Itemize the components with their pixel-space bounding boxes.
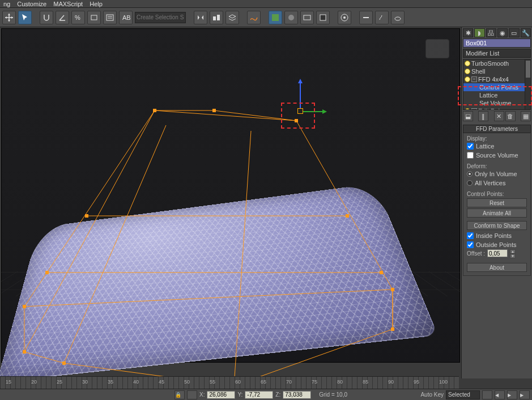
coord-display-toggle[interactable] bbox=[187, 390, 197, 399]
create-tab[interactable]: ✱ bbox=[463, 28, 473, 37]
display-group-label: Display: bbox=[467, 135, 527, 142]
trash-icon: 🗑 bbox=[507, 113, 513, 120]
next-icon: ▶ bbox=[520, 393, 524, 398]
menu-item[interactable]: Customize bbox=[17, 1, 46, 7]
modifier-list-dropdown[interactable]: Modifier List bbox=[463, 49, 531, 58]
stack-scrollbar[interactable] bbox=[525, 59, 530, 109]
hierarchy-tab[interactable]: 品 bbox=[486, 28, 496, 37]
modify-tab[interactable]: ◗ bbox=[474, 28, 484, 37]
offset-value-field[interactable]: 0,05 bbox=[487, 249, 508, 257]
pin-stack-button[interactable]: ⬓ bbox=[463, 111, 473, 121]
control-points-group-label: Control Points: bbox=[467, 191, 527, 197]
collapse-icon[interactable]: − bbox=[471, 76, 477, 82]
stack-sub-lattice[interactable]: Lattice bbox=[463, 91, 530, 99]
select-tool[interactable] bbox=[18, 11, 32, 24]
inside-points-checkbox[interactable]: Inside Points bbox=[467, 231, 527, 240]
menu-item[interactable]: Help bbox=[90, 1, 103, 7]
offset-spinner[interactable]: Offset : 0,05 ▲▼ bbox=[467, 249, 527, 257]
material-editor-button[interactable] bbox=[284, 11, 298, 24]
time-slider[interactable]: 1520253035404550556065707580859095100 bbox=[0, 376, 459, 389]
configure-sets-button[interactable]: ▦ bbox=[521, 111, 531, 121]
outside-points-checkbox[interactable]: Outside Points bbox=[467, 240, 527, 249]
stack-item-ffd[interactable]: −FFD 4x4x4 bbox=[463, 75, 530, 83]
object-name-field[interactable]: Box001 bbox=[463, 39, 531, 48]
play-button[interactable]: ▶ bbox=[507, 390, 517, 399]
motion-tab[interactable]: ◉ bbox=[497, 28, 508, 37]
stack-item-editpoly[interactable]: +Edit Poly bbox=[463, 107, 530, 110]
layers-toggle[interactable] bbox=[225, 11, 239, 24]
extra-tool-3[interactable] bbox=[391, 11, 405, 24]
extra-tool-2[interactable] bbox=[375, 11, 389, 24]
x-label: X: bbox=[199, 392, 205, 398]
display-tab[interactable]: ▭ bbox=[509, 28, 519, 37]
keyboard-shortcut-toggle[interactable]: ABC bbox=[119, 11, 133, 24]
bulb-icon bbox=[465, 61, 470, 66]
lock-selection-button[interactable]: 🔒 bbox=[175, 390, 185, 399]
main-toolbar: % ABC bbox=[0, 8, 532, 27]
svg-rect-4 bbox=[213, 16, 216, 20]
render-setup-button[interactable] bbox=[300, 11, 314, 24]
menu-item[interactable]: MAXScript bbox=[53, 1, 83, 7]
all-vertices-radio[interactable]: All Vertices bbox=[467, 178, 527, 188]
conform-to-shape-button[interactable]: Conform to Shape bbox=[467, 221, 527, 230]
mirror-tool[interactable] bbox=[194, 11, 207, 24]
bulb-icon bbox=[465, 76, 470, 82]
stack-sub-set-volume[interactable]: Set Volume bbox=[463, 99, 530, 107]
svg-text:%: % bbox=[75, 14, 80, 21]
percent-snap-toggle[interactable]: % bbox=[71, 11, 85, 24]
stack-item-shell[interactable]: Shell bbox=[463, 67, 530, 75]
extra-tool-1[interactable] bbox=[359, 11, 373, 24]
menu-bar: ng Customize MAXScript Help bbox=[0, 0, 532, 8]
menu-item[interactable]: ng bbox=[3, 1, 10, 7]
config-icon: ▦ bbox=[523, 113, 529, 120]
align-tool[interactable] bbox=[210, 11, 223, 24]
lattice-checkbox[interactable]: Lattice bbox=[467, 142, 527, 151]
viewcube[interactable] bbox=[425, 39, 449, 58]
highlight-annotation bbox=[281, 103, 315, 129]
deform-group-label: Deform: bbox=[467, 163, 527, 169]
utilities-tab[interactable]: 🔧 bbox=[521, 28, 531, 37]
svg-rect-9 bbox=[320, 15, 326, 20]
source-volume-checkbox[interactable]: Source Volume bbox=[467, 151, 527, 160]
selection-set-dropdown[interactable] bbox=[135, 12, 186, 23]
command-panel-tabs: ✱ ◗ 品 ◉ ▭ 🔧 bbox=[463, 28, 531, 37]
select-move-tool[interactable] bbox=[2, 11, 16, 24]
show-end-result-button[interactable]: ‖ bbox=[478, 111, 488, 121]
viewport[interactable] bbox=[1, 28, 460, 363]
expand-icon[interactable]: + bbox=[471, 108, 477, 110]
z-coord-field[interactable]: 73,038 bbox=[283, 391, 311, 399]
animate-all-button[interactable]: Animate All bbox=[467, 208, 527, 218]
stack-sub-control-points[interactable]: Control Points bbox=[463, 83, 530, 91]
key-filter-dropdown[interactable]: Selected bbox=[446, 390, 480, 399]
command-panel: ✱ ◗ 品 ◉ ▭ 🔧 Box001 Modifier List TurboSm… bbox=[461, 27, 532, 378]
svg-rect-15 bbox=[212, 109, 216, 112]
curve-editor-button[interactable] bbox=[247, 11, 261, 24]
render-frame-button[interactable] bbox=[316, 11, 330, 24]
next-key-button[interactable]: ▶ bbox=[520, 390, 530, 399]
about-button[interactable]: About bbox=[467, 263, 527, 272]
render-production-button[interactable] bbox=[338, 11, 351, 24]
angle-snap-toggle[interactable] bbox=[56, 11, 69, 24]
edit-named-sel[interactable] bbox=[103, 11, 117, 24]
y-coord-field[interactable]: -7,72 bbox=[245, 391, 273, 399]
rollup-header[interactable]: FFD Parameters bbox=[463, 125, 531, 133]
main-area: ✱ ◗ 品 ◉ ▭ 🔧 Box001 Modifier List TurboSm… bbox=[0, 27, 532, 378]
spinner-buttons[interactable]: ▲▼ bbox=[510, 249, 516, 257]
ffd-parameters-rollup: FFD Parameters Display: Lattice Source V… bbox=[463, 125, 531, 276]
remove-modifier-button[interactable]: 🗑 bbox=[505, 111, 516, 121]
reset-button[interactable]: Reset bbox=[467, 198, 527, 207]
modifier-stack[interactable]: TurboSmooth Shell −FFD 4x4x4 Control Poi… bbox=[463, 59, 531, 110]
prev-key-button[interactable]: ◀ bbox=[495, 390, 505, 399]
only-in-volume-radio[interactable]: Only In Volume bbox=[467, 169, 527, 178]
make-unique-button[interactable]: ✕ bbox=[494, 111, 504, 121]
autokey-button[interactable]: Auto Key bbox=[420, 392, 444, 398]
snap-toggle[interactable] bbox=[40, 11, 53, 24]
svg-point-12 bbox=[395, 17, 401, 20]
spinner-snap-toggle[interactable] bbox=[87, 11, 101, 24]
schematic-view-button[interactable] bbox=[269, 11, 282, 24]
lock-icon: 🔒 bbox=[175, 392, 181, 398]
pin-icon: ⬓ bbox=[465, 113, 471, 120]
stack-item-turbosmooth[interactable]: TurboSmooth bbox=[463, 59, 530, 67]
x-coord-field[interactable]: 26,086 bbox=[207, 391, 235, 399]
set-key-button[interactable] bbox=[482, 390, 492, 399]
